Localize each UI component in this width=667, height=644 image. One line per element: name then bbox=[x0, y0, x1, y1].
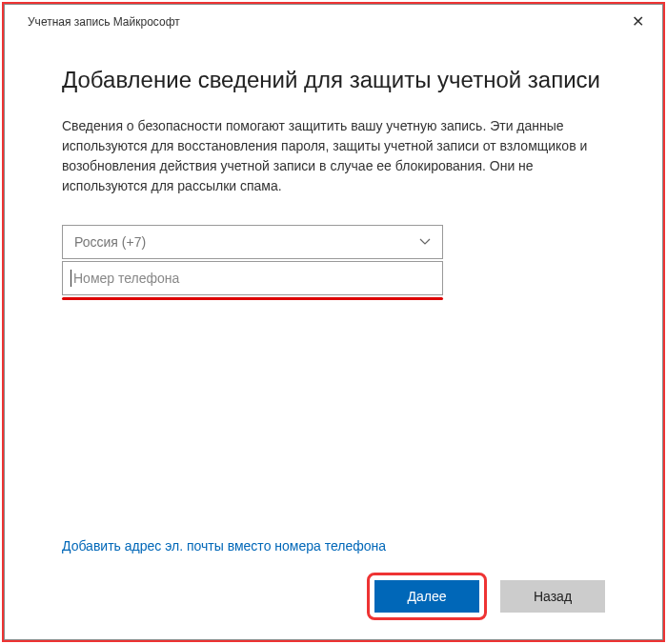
window-title: Учетная запись Майкрософт bbox=[28, 15, 180, 29]
annotation-underline bbox=[62, 297, 443, 300]
text-caret bbox=[71, 270, 71, 287]
button-row: Далее Назад bbox=[62, 573, 605, 620]
country-select[interactable]: Россия (+7) bbox=[62, 225, 443, 259]
back-button[interactable]: Назад bbox=[500, 580, 605, 613]
dialog-window: Учетная запись Майкрософт ✕ Добавление с… bbox=[4, 4, 663, 640]
chevron-down-icon bbox=[419, 235, 431, 249]
add-email-link[interactable]: Добавить адрес эл. почты вместо номера т… bbox=[62, 538, 605, 553]
country-select-value: Россия (+7) bbox=[74, 234, 146, 250]
page-description: Сведения о безопасности помогают защитит… bbox=[62, 116, 605, 196]
phone-input[interactable] bbox=[73, 271, 435, 286]
content-area: Добавление сведений для защиты учетной з… bbox=[5, 38, 662, 639]
annotation-frame: Учетная запись Майкрософт ✕ Добавление с… bbox=[2, 2, 665, 642]
country-field: Россия (+7) bbox=[62, 225, 605, 259]
phone-field bbox=[62, 261, 605, 300]
close-icon[interactable]: ✕ bbox=[626, 12, 649, 30]
phone-input-box[interactable] bbox=[62, 261, 443, 295]
page-heading: Добавление сведений для защиты учетной з… bbox=[62, 67, 605, 93]
next-button[interactable]: Далее bbox=[374, 580, 479, 613]
annotation-highlight: Далее bbox=[367, 573, 487, 620]
titlebar: Учетная запись Майкрософт ✕ bbox=[5, 5, 662, 38]
